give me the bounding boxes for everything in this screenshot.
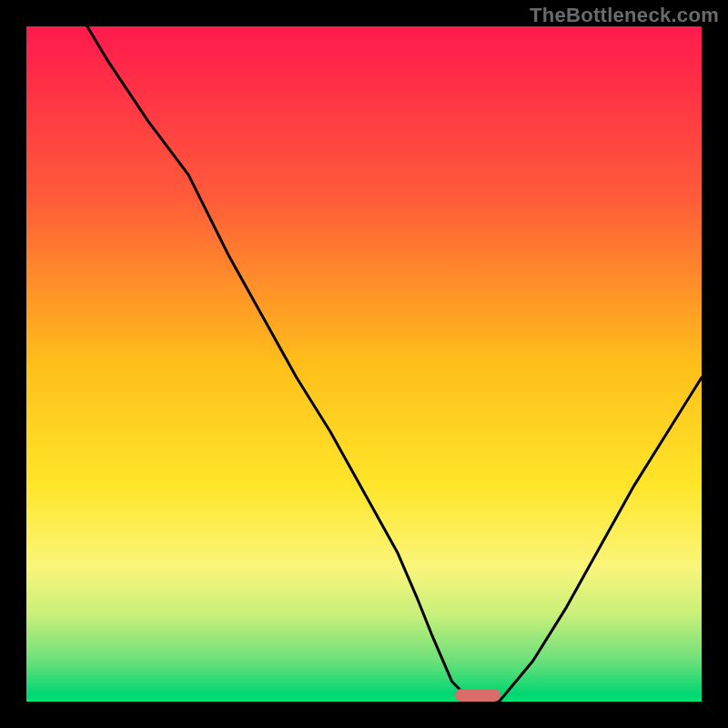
curve-layer: [26, 26, 702, 702]
trough-marker: [455, 689, 500, 702]
bottleneck-curve: [87, 26, 702, 702]
outer-frame: TheBottleneck.com: [0, 0, 728, 728]
watermark-text: TheBottleneck.com: [530, 4, 719, 27]
